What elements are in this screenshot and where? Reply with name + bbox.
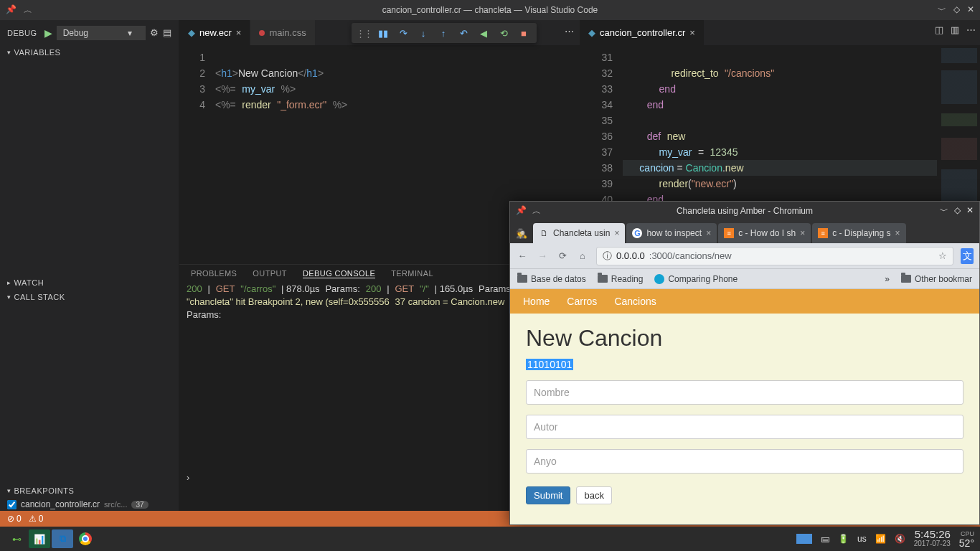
close-icon[interactable]: × xyxy=(800,228,805,238)
address-bar[interactable]: ⓘ 0.0.0.0:3000/cancions/new ☆ xyxy=(596,247,953,265)
minimize-icon[interactable]: ﹀ xyxy=(940,205,948,217)
incognito-icon: 🕵 xyxy=(516,228,527,239)
breakpoints-section[interactable]: ▾BREAKPOINTS xyxy=(0,484,179,498)
restart-button[interactable]: ⟲ xyxy=(495,28,512,39)
bookmark-folder[interactable]: Reading xyxy=(598,274,644,284)
vscode-titlebar: 📌 ︿ cancion_controller.cr — chancleta — … xyxy=(0,0,980,20)
close-icon[interactable]: × xyxy=(689,27,695,38)
workspace-indicator[interactable] xyxy=(796,534,812,544)
autor-input[interactable] xyxy=(526,415,963,439)
layout-icon[interactable]: ▥ xyxy=(951,24,959,35)
step-over-button[interactable]: ↷ xyxy=(395,28,412,39)
variables-section[interactable]: ▾VARIABLES xyxy=(0,45,179,60)
start-debug-button[interactable]: ▶ xyxy=(44,27,52,39)
pause-button[interactable]: ▮▮ xyxy=(374,28,392,39)
tab-cancion-controller[interactable]: ◆ cancion_controller.cr × xyxy=(580,20,705,45)
cpu-temp[interactable]: CPU 52° xyxy=(959,529,974,548)
nombre-input[interactable] xyxy=(526,380,963,405)
info-icon[interactable]: ⓘ xyxy=(603,250,612,263)
submit-button[interactable]: Submit xyxy=(526,486,570,504)
chrome-tab-2[interactable]: G how to inspect × xyxy=(626,223,717,243)
debug-config-select[interactable]: Debug▾ xyxy=(57,26,146,40)
keyboard-layout[interactable]: us xyxy=(857,534,867,544)
status-warnings[interactable]: ⚠ 0 xyxy=(29,514,44,524)
maximize-icon[interactable]: ◇ xyxy=(954,205,961,217)
status-errors[interactable]: ⊘ 0 xyxy=(7,514,22,524)
drag-handle-icon[interactable]: ⋮⋮ xyxy=(356,28,372,39)
tab-main-css[interactable]: main.css xyxy=(250,20,315,45)
taskbar-monitor-icon[interactable]: 📊 xyxy=(29,529,50,548)
bookmark-folder[interactable]: Base de datos xyxy=(517,274,586,284)
chrome-tab-4[interactable]: ≡ c - Displaying s × xyxy=(812,223,905,243)
panel-tab-problems[interactable]: PROBLEMS xyxy=(191,269,237,278)
code-left[interactable]: <h1>New Cancion</h1> <%= my_var %> <%= r… xyxy=(215,45,537,264)
reload-button[interactable]: ⟳ xyxy=(556,250,569,261)
panel-tab-output[interactable]: OUTPUT xyxy=(253,269,287,278)
panel-tab-terminal[interactable]: TERMINAL xyxy=(391,269,433,278)
page-content: Home Carros Cancions New Cancion 1101010… xyxy=(510,289,979,524)
step-out-button[interactable]: ↑ xyxy=(435,28,452,39)
close-icon[interactable]: ✕ xyxy=(967,4,974,17)
chromium-tabstrip: 🕵 🗋 Chancleta usin × G how to inspect × … xyxy=(510,220,979,243)
nav-home[interactable]: Home xyxy=(523,296,550,307)
disk-icon[interactable]: 🖴 xyxy=(821,534,829,544)
chevron-up-icon[interactable]: ︿ xyxy=(532,205,541,217)
step-into-button[interactable]: ↓ xyxy=(415,28,432,39)
nav-cancions[interactable]: Cancions xyxy=(614,296,656,307)
chromium-toolbar: ← → ⟳ ⌂ ⓘ 0.0.0.0:3000/cancions/new ☆ 文 xyxy=(510,243,979,269)
wifi-icon[interactable]: 📶 xyxy=(875,534,886,544)
anyo-input[interactable] xyxy=(526,449,963,474)
maximize-icon[interactable]: ◇ xyxy=(953,4,960,17)
close-icon[interactable]: ✕ xyxy=(966,205,974,217)
chromium-titlebar: 📌 ︿ Chancleta using Amber - Chromium ﹀ ◇… xyxy=(510,202,979,220)
panel-tab-debug-console[interactable]: DEBUG CONSOLE xyxy=(303,269,375,278)
bookmarks-bar: Base de datos Reading Comparing Phone » … xyxy=(510,269,979,289)
chrome-tab-3[interactable]: ≡ c - How do I sh × xyxy=(718,223,811,243)
home-button[interactable]: ⌂ xyxy=(576,250,589,261)
callstack-section[interactable]: ▾CALL STACK xyxy=(0,290,179,304)
close-icon[interactable]: × xyxy=(236,27,242,38)
minimize-icon[interactable]: ﹀ xyxy=(938,4,946,17)
chevron-up-icon[interactable]: ︿ xyxy=(24,4,32,17)
clock[interactable]: 5:45:26 2017-07-23 xyxy=(914,529,951,548)
system-tray: 🖴 🔋 us 📶 🔇 5:45:26 2017-07-23 CPU 52° xyxy=(796,529,974,548)
selected-text: 11010101 xyxy=(526,359,573,370)
bookmark-overflow[interactable]: » xyxy=(885,274,890,284)
page-heading: New Cancion xyxy=(526,325,963,352)
pin-icon[interactable]: 📌 xyxy=(6,4,17,17)
more-icon[interactable]: ⋯ xyxy=(966,24,976,35)
close-icon[interactable]: × xyxy=(614,228,619,238)
more-icon[interactable]: ⋯ xyxy=(565,26,574,37)
tab-new-ecr[interactable]: ◆ new.ecr × xyxy=(179,20,250,45)
stop-button[interactable]: ■ xyxy=(515,28,532,39)
pin-icon[interactable]: 📌 xyxy=(516,205,527,217)
settings-icon[interactable]: ▤ xyxy=(163,27,171,38)
other-bookmarks[interactable]: Other bookmar xyxy=(901,274,972,284)
close-icon[interactable]: × xyxy=(895,228,900,238)
breakpoint-item[interactable]: cancion_controller.cr src/c... 37 xyxy=(0,498,179,511)
watch-section[interactable]: ▸WATCH xyxy=(0,276,179,290)
split-icon[interactable]: ◫ xyxy=(935,24,943,35)
nav-carros[interactable]: Carros xyxy=(567,296,597,307)
breakpoint-checkbox[interactable] xyxy=(7,500,17,509)
bookmark-item[interactable]: Comparing Phone xyxy=(654,274,738,284)
back-button[interactable]: back xyxy=(576,486,611,504)
taskbar-chromium-icon[interactable] xyxy=(75,529,96,548)
taskbar-vscode-icon[interactable]: ⧉ xyxy=(52,529,73,548)
volume-icon[interactable]: 🔇 xyxy=(895,534,905,544)
app-menu-icon[interactable]: ⊷ xyxy=(6,529,27,548)
gear-icon[interactable]: ⚙ xyxy=(150,27,159,38)
close-icon[interactable]: × xyxy=(706,228,711,238)
star-icon[interactable]: ☆ xyxy=(938,250,947,261)
back-button[interactable]: ← xyxy=(516,250,529,261)
forward-button[interactable]: → xyxy=(536,250,549,261)
step-back-button[interactable]: ↶ xyxy=(455,28,472,39)
tabs-right: ◆ cancion_controller.cr × ◫ ▥ ⋯ xyxy=(580,20,980,45)
folder-icon xyxy=(517,275,527,283)
chrome-tab-1[interactable]: 🗋 Chancleta usin × xyxy=(533,223,625,243)
stackoverflow-icon: ≡ xyxy=(724,228,734,238)
debug-toolbar[interactable]: ⋮⋮ ▮▮ ↷ ↓ ↑ ↶ ◀ ⟲ ■ xyxy=(352,23,537,43)
translate-icon[interactable]: 文 xyxy=(961,248,974,264)
reverse-button[interactable]: ◀ xyxy=(475,28,492,39)
battery-icon[interactable]: 🔋 xyxy=(838,534,849,544)
